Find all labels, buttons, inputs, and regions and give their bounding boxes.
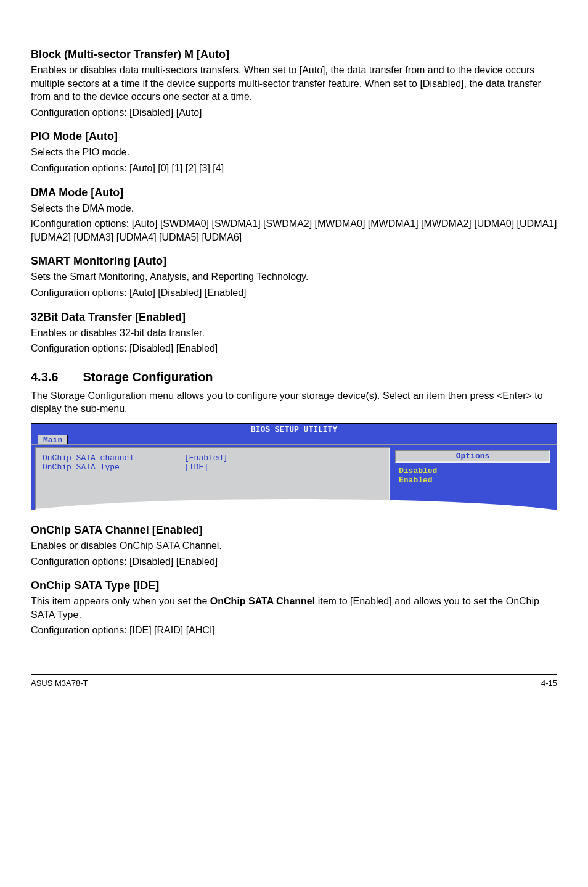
heading-32bit: 32Bit Data Transfer [Enabled] <box>31 311 557 324</box>
bios-options-list: Disabled Enabled <box>395 463 550 489</box>
bios-options-header: Options <box>395 450 550 463</box>
page-footer: ASUS M3A78-T 4-15 <box>31 674 557 688</box>
heading-block: Block (Multi-sector Transfer) M [Auto] <box>31 48 557 61</box>
bios-label-sata-channel: OnChip SATA channel <box>43 453 184 463</box>
config-block: Configuration options: [Disabled] [Auto] <box>31 106 557 120</box>
body-dma: Selects the DMA mode. <box>31 202 557 215</box>
bios-option-disabled[interactable]: Disabled <box>399 466 547 476</box>
bios-left-pane: OnChip SATA channel [Enabled] OnChip SAT… <box>35 447 390 510</box>
body-32bit: Enables or disables 32-bit data transfer… <box>31 326 557 340</box>
heading-dma: DMA Mode [Auto] <box>31 186 557 199</box>
bios-title: BIOS SETUP UTILITY <box>31 424 557 435</box>
heading-smart: SMART Monitoring [Auto] <box>31 255 557 268</box>
config-onchip-channel: Configuration options: [Disabled] [Enabl… <box>31 555 557 569</box>
body-onchip-channel: Enables or disables OnChip SATA Channel. <box>31 539 557 553</box>
body-storage: The Storage Configuration menu allows yo… <box>31 389 557 416</box>
bios-tab-main[interactable]: Main <box>38 435 68 445</box>
bios-value-sata-channel: [Enabled] <box>184 453 227 463</box>
bios-setup-panel: BIOS SETUP UTILITY Main OnChip SATA chan… <box>31 423 557 513</box>
section-number: 4.3.6 <box>31 370 58 384</box>
heading-storage-config: 4.3.6Storage Configuration <box>31 370 557 384</box>
bios-row-sata-channel[interactable]: OnChip SATA channel [Enabled] <box>43 453 383 463</box>
bios-label-sata-type: OnChip SATA Type <box>43 463 184 472</box>
config-dma: lConfiguration options: [Auto] [SWDMA0] … <box>31 217 557 244</box>
heading-onchip-type: OnChip SATA Type [IDE] <box>31 579 557 592</box>
onchip-type-bold: OnChip SATA Channel <box>210 596 315 606</box>
body-smart: Sets the Smart Monitoring, Analysis, and… <box>31 270 557 284</box>
bios-right-pane: Options Disabled Enabled <box>393 447 553 510</box>
heading-onchip-channel: OnChip SATA Channel [Enabled] <box>31 524 557 537</box>
config-smart: Configuration options: [Auto] [Disabled]… <box>31 286 557 300</box>
onchip-type-pre: This item appears only when you set the <box>31 596 210 606</box>
heading-pio: PIO Mode [Auto] <box>31 130 557 143</box>
config-32bit: Configuration options: [Disabled] [Enabl… <box>31 342 557 355</box>
config-pio: Configuration options: [Auto] [0] [1] [2… <box>31 162 557 175</box>
config-onchip-type: Configuration options: [IDE] [RAID] [AHC… <box>31 624 557 637</box>
body-pio: Selects the PIO mode. <box>31 146 557 159</box>
bios-option-enabled[interactable]: Enabled <box>399 476 547 485</box>
bios-content: OnChip SATA channel [Enabled] OnChip SAT… <box>31 444 557 512</box>
body-block: Enables or disables data multi-sectors t… <box>31 64 557 104</box>
footer-page-number: 4-15 <box>541 679 557 688</box>
footer-model: ASUS M3A78-T <box>31 679 88 688</box>
bios-row-sata-type[interactable]: OnChip SATA Type [IDE] <box>43 463 383 472</box>
section-title: Storage Configuration <box>83 370 213 384</box>
body-onchip-type: This item appears only when you set the … <box>31 595 557 621</box>
bios-value-sata-type: [IDE] <box>184 463 208 472</box>
